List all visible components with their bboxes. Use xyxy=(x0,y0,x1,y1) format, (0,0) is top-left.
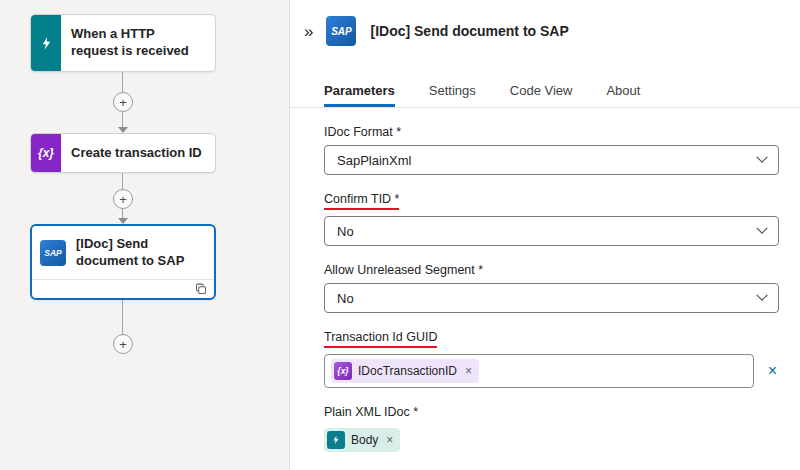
http-request-icon xyxy=(31,15,61,71)
sap-icon: SAP xyxy=(40,240,66,266)
copy-button[interactable] xyxy=(195,283,207,295)
idoc-format-dropdown[interactable]: SapPlainXml xyxy=(324,145,779,175)
tab-bar: Parameters Settings Code View About xyxy=(290,76,800,108)
panel-title: [IDoc] Send document to SAP xyxy=(370,23,568,39)
field-label: IDoc Format * xyxy=(324,125,401,139)
transaction-id-guid-input[interactable]: {x} IDocTransactionID × xyxy=(324,354,754,388)
dropdown-value: No xyxy=(337,224,354,239)
insert-step-button[interactable]: + xyxy=(113,189,133,209)
flow-canvas: When a HTTP request is received + {x} Cr… xyxy=(0,0,290,470)
confirm-tid-dropdown[interactable]: No xyxy=(324,216,779,246)
action-details-panel: » SAP [IDoc] Send document to SAP Parame… xyxy=(290,0,800,470)
field-confirm-tid: Confirm TID * No xyxy=(324,189,779,246)
plus-icon: + xyxy=(119,96,127,109)
plus-icon: + xyxy=(119,193,127,206)
sap-glyph: SAP xyxy=(44,248,61,258)
http-request-icon xyxy=(327,431,345,449)
panel-header: » SAP [IDoc] Send document to SAP xyxy=(290,0,800,46)
token-pill-idoctransactionid[interactable]: {x} IDocTransactionID × xyxy=(331,359,479,383)
remove-token-icon[interactable]: × xyxy=(465,365,472,377)
insert-step-button[interactable]: + xyxy=(113,334,133,354)
tab-settings[interactable]: Settings xyxy=(429,76,476,107)
clear-field-button[interactable]: × xyxy=(766,363,779,379)
dropdown-value: No xyxy=(337,291,354,306)
chevron-down-icon xyxy=(756,290,767,301)
field-allow-unreleased-segment: Allow Unreleased Segment * No xyxy=(324,260,779,313)
collapse-panel-button[interactable]: » xyxy=(300,21,316,42)
parameters-form: IDoc Format * SapPlainXml Confirm TID * … xyxy=(290,108,800,455)
expression-icon: {x} xyxy=(334,362,352,380)
field-label: Plain XML IDoc * xyxy=(324,405,418,419)
flow-edge xyxy=(122,300,123,334)
node-title: [IDoc] Send document to SAP xyxy=(74,236,206,270)
node-content: SAP [IDoc] Send document to SAP xyxy=(32,226,214,279)
token-pill-body[interactable]: Body × xyxy=(324,428,400,452)
node-create-transaction-id[interactable]: {x} Create transaction ID xyxy=(30,133,216,173)
remove-token-icon[interactable]: × xyxy=(386,434,393,446)
token-label: IDocTransactionID xyxy=(358,364,457,378)
field-plain-xml-idoc: Plain XML IDoc * Body × xyxy=(324,402,779,455)
lightning-bolt-icon xyxy=(39,36,54,51)
field-label-annotated: Transaction Id GUID xyxy=(324,330,437,348)
field-label-annotated: Confirm TID * xyxy=(324,192,399,210)
tab-parameters[interactable]: Parameters xyxy=(324,76,395,107)
tab-code-view[interactable]: Code View xyxy=(510,76,573,107)
node-footer xyxy=(32,279,214,298)
dropdown-value: SapPlainXml xyxy=(337,153,411,168)
plus-icon: + xyxy=(119,338,127,351)
node-send-document-to-sap[interactable]: SAP [IDoc] Send document to SAP xyxy=(30,224,216,300)
expression-glyph: {x} xyxy=(38,146,54,160)
allow-unreleased-segment-dropdown[interactable]: No xyxy=(324,283,779,313)
chevron-down-icon xyxy=(756,223,767,234)
field-idoc-format: IDoc Format * SapPlainXml xyxy=(324,122,779,175)
token-row: {x} IDocTransactionID × × xyxy=(324,354,779,388)
plain-xml-idoc-input[interactable]: Body × xyxy=(324,425,779,455)
node-title: When a HTTP request is received xyxy=(61,26,215,60)
connection-footer: Connected to sap-connection. Change conn… xyxy=(290,463,800,470)
copy-icon xyxy=(195,283,207,295)
workflow-designer: When a HTTP request is received + {x} Cr… xyxy=(0,0,800,470)
token-label: Body xyxy=(351,433,378,447)
field-transaction-id-guid: Transaction Id GUID {x} IDocTransactionI… xyxy=(324,327,779,388)
node-title: Create transaction ID xyxy=(61,145,212,162)
expression-icon: {x} xyxy=(31,134,61,172)
sap-glyph: SAP xyxy=(331,26,352,37)
tab-about[interactable]: About xyxy=(606,76,640,107)
expression-glyph: {x} xyxy=(337,366,348,376)
sap-icon: SAP xyxy=(326,16,356,46)
field-label: Allow Unreleased Segment * xyxy=(324,263,483,277)
insert-step-button[interactable]: + xyxy=(113,92,133,112)
node-http-request-trigger[interactable]: When a HTTP request is received xyxy=(30,14,216,72)
lightning-bolt-icon xyxy=(331,435,341,445)
chevron-down-icon xyxy=(756,152,767,163)
